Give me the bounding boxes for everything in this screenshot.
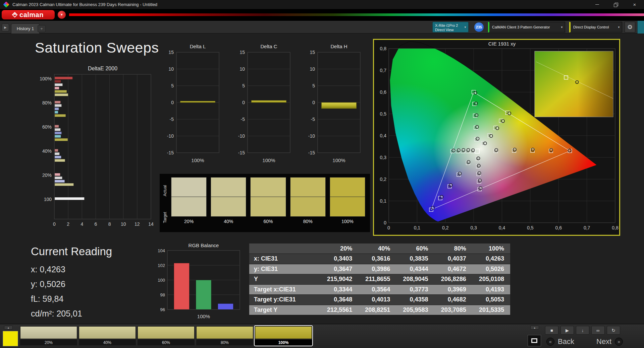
svg-text:100%: 100% <box>332 157 345 163</box>
tab-scroll-button[interactable]: ▶ <box>2 23 9 31</box>
patch-swatch-20%[interactable]: 20% <box>20 326 77 345</box>
svg-text:0,8: 0,8 <box>380 46 387 51</box>
minimize-button[interactable] <box>588 0 606 9</box>
calman-diamond-icon <box>12 12 18 18</box>
svg-text:0,7: 0,7 <box>380 68 387 73</box>
svg-text:10: 10 <box>168 66 174 72</box>
next-label: Next <box>596 337 611 346</box>
svg-text:CIE 1931 xy: CIE 1931 xy <box>488 41 516 47</box>
svg-text:100: 100 <box>158 278 165 283</box>
saturation-swatch-100%: 100% <box>330 177 365 231</box>
svg-text:15: 15 <box>310 50 315 55</box>
side-panel-handle[interactable] <box>637 21 644 33</box>
reading-cdm2: cd/m²: 205,01 <box>31 306 112 321</box>
current-reading: Current Reading x: 0,4263 y: 0,5026 fL: … <box>31 245 112 321</box>
patch-swatch-60%[interactable]: 60% <box>138 326 195 345</box>
next-button[interactable]: Next » <box>596 336 642 347</box>
chevron-down-icon: ▼ <box>618 26 620 29</box>
svg-text:0,3: 0,3 <box>470 225 477 230</box>
svg-text:0,2: 0,2 <box>442 225 449 230</box>
svg-text:0: 0 <box>242 100 245 105</box>
chevron-down-icon: ▼ <box>60 13 63 16</box>
actual-row-label: Actual <box>161 177 169 204</box>
patch-swatch-100%[interactable]: 100% <box>255 326 312 345</box>
svg-text:0,3: 0,3 <box>380 155 387 160</box>
svg-text:-5: -5 <box>241 117 245 122</box>
svg-text:0,2: 0,2 <box>380 177 387 182</box>
settings-button[interactable]: ⚙ <box>625 22 635 32</box>
patch-swatch-strip: 20%40%60%80%100% <box>20 326 312 345</box>
page-title: Saturation Sweeps <box>35 40 159 56</box>
svg-text:-15: -15 <box>167 150 174 155</box>
brand-menu-button[interactable]: ▼ <box>58 11 66 19</box>
back-chevron-icon: « <box>546 338 554 346</box>
table-row: Target y:CIE310,36480,40130,43580,46820,… <box>249 295 510 305</box>
play-button[interactable]: ▶ <box>560 326 574 335</box>
tab-bar: ▶ History 1 + X-Rite i1Pro 2 Direct View… <box>0 21 644 33</box>
add-tab-button[interactable]: + <box>38 25 46 32</box>
svg-text:0,6: 0,6 <box>555 225 562 230</box>
table-row: Y215,9042211,8655208,9045206,8286205,010… <box>249 274 510 285</box>
save-button[interactable]: ↓ <box>576 326 589 335</box>
cie-1931-panel: CIE 1931 xy000,10,10,20,20,30,30,40,40,5… <box>373 39 620 236</box>
svg-text:Delta C: Delta C <box>260 44 277 49</box>
current-patch <box>3 331 18 346</box>
stop-button[interactable]: ■ <box>545 326 558 335</box>
svg-text:100%: 100% <box>191 157 204 163</box>
svg-text:98: 98 <box>160 292 165 297</box>
app-window: Calman 2023 Calman Ultimate for Business… <box>0 0 644 348</box>
monitor-icon <box>531 338 537 343</box>
bottom-bar: ▲ 20%40%60%80%100% ▲ « Back Next » ■▶↓∞↻ <box>0 324 644 348</box>
svg-text:0: 0 <box>387 225 390 230</box>
pattern-generator-dropdown[interactable]: CalMAN Client 3 Pattern Generator ▼ <box>488 22 565 32</box>
svg-text:0: 0 <box>53 221 56 227</box>
svg-text:0: 0 <box>171 100 174 105</box>
restore-icon <box>614 3 618 7</box>
svg-text:100%: 100% <box>197 314 210 319</box>
patch-swatch-40%[interactable]: 40% <box>79 326 136 345</box>
tab-history-1[interactable]: History 1 <box>11 23 40 33</box>
svg-text:100%: 100% <box>262 157 275 163</box>
reading-x: x: 0,4263 <box>31 262 112 277</box>
svg-text:4: 4 <box>80 221 83 227</box>
display-control-dropdown[interactable]: Direct Display Control ▼ <box>569 22 622 32</box>
svg-text:0,8: 0,8 <box>612 225 619 230</box>
pattern-generator-label: CalMAN Client 3 Pattern Generator <box>492 25 550 29</box>
swatch-row-labels: Actual Target <box>161 177 169 231</box>
collapse-left-button[interactable]: ▲ <box>4 326 13 330</box>
meter-selector-dropdown[interactable]: X-Rite i1Pro 2 Direct View ▼ <box>432 22 469 32</box>
tab-label: History 1 <box>17 26 34 31</box>
window-controls: × <box>588 0 644 9</box>
meter-name: X-Rite i1Pro 2 <box>435 23 462 28</box>
svg-text:5: 5 <box>242 83 245 88</box>
collapse-right-button[interactable]: ▲ <box>530 326 539 330</box>
svg-text:-10: -10 <box>167 133 174 139</box>
calman-logo[interactable]: calman <box>2 10 55 19</box>
next-chevron-icon: » <box>615 338 623 346</box>
svg-text:102: 102 <box>158 263 165 268</box>
restore-button[interactable] <box>606 0 625 9</box>
svg-text:15: 15 <box>168 50 174 55</box>
svg-text:2: 2 <box>67 221 69 227</box>
delta-h-chart: Delta H151050-5-10-15100% <box>302 43 364 170</box>
play-icon: ▶ <box>4 26 7 29</box>
back-button[interactable]: « Back <box>546 336 592 347</box>
svg-text:0,6: 0,6 <box>380 89 387 95</box>
svg-text:0,7: 0,7 <box>584 225 590 230</box>
svg-text:-15: -15 <box>308 150 315 155</box>
patch-swatch-80%[interactable]: 80% <box>196 326 253 345</box>
saturation-swatch-40%: 40% <box>211 177 246 231</box>
saturation-swatch-20%: 20% <box>171 177 207 231</box>
display-window-button[interactable] <box>528 335 541 346</box>
svg-text:80%: 80% <box>42 100 52 106</box>
current-reading-title: Current Reading <box>31 245 112 258</box>
chevron-down-icon: ▼ <box>464 25 467 29</box>
refresh-button[interactable]: ↻ <box>607 326 620 335</box>
meter-status-badge[interactable]: 235 <box>474 22 484 32</box>
svg-text:6: 6 <box>95 221 97 227</box>
svg-text:60%: 60% <box>42 124 52 130</box>
loop-button[interactable]: ∞ <box>591 326 605 335</box>
reading-y: y: 0,5026 <box>31 277 112 291</box>
svg-text:Delta H: Delta H <box>330 44 347 49</box>
close-button[interactable]: × <box>625 0 644 9</box>
